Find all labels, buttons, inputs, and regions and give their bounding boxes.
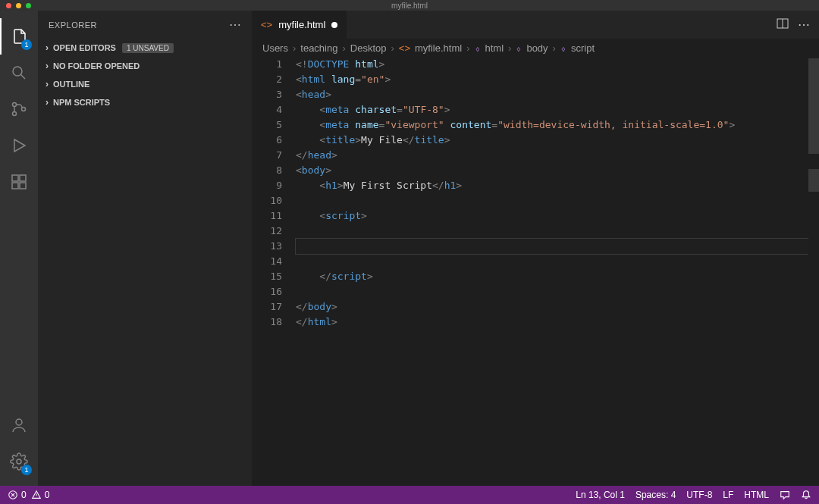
- accounts-icon[interactable]: [0, 407, 38, 443]
- status-eol[interactable]: LF: [723, 490, 733, 500]
- breadcrumb-item[interactable]: Desktop: [350, 42, 387, 54]
- svg-rect-7: [20, 175, 26, 181]
- status-encoding[interactable]: UTF-8: [686, 490, 712, 500]
- chevron-right-icon: ›: [41, 61, 53, 71]
- svg-rect-6: [20, 183, 26, 189]
- notifications-icon[interactable]: [801, 490, 811, 500]
- sidebar-more-icon[interactable]: ⋯: [229, 17, 242, 32]
- svg-point-9: [17, 459, 21, 464]
- editor-area: <> myfile.html ⋯ Users› teaching› Deskto…: [252, 11, 819, 486]
- tab-myfile[interactable]: <> myfile.html: [252, 11, 347, 39]
- no-folder-label: NO FOLDER OPENED: [53, 61, 140, 70]
- breadcrumb-item[interactable]: teaching: [300, 42, 337, 54]
- svg-rect-5: [12, 183, 18, 189]
- window-title: myfile.html: [391, 2, 428, 10]
- open-editors-label: OPEN EDITORS: [53, 43, 116, 52]
- line-gutter: 1 2 3 4 5 6 7 8 9 10 11 12 13 14 15 16 1…: [252, 57, 296, 486]
- breadcrumb-item[interactable]: html: [485, 42, 504, 54]
- minimap-region: [808, 169, 819, 192]
- section-open-editors[interactable]: › OPEN EDITORS 1 UNSAVED: [38, 39, 252, 57]
- window-minimize-button[interactable]: [16, 3, 21, 8]
- symbol-icon: ⬨: [560, 42, 566, 54]
- outline-label: OUTLINE: [53, 80, 89, 89]
- svg-rect-4: [12, 175, 18, 181]
- settings-gear-icon[interactable]: 1: [0, 443, 38, 480]
- settings-badge: 1: [21, 465, 32, 475]
- symbol-icon: ⬨: [516, 42, 522, 54]
- breadcrumb-item[interactable]: myfile.html: [415, 42, 462, 54]
- minimap-region: [808, 58, 819, 154]
- svg-point-2: [13, 112, 17, 116]
- extensions-icon[interactable]: [0, 164, 38, 200]
- feedback-icon[interactable]: [780, 490, 790, 500]
- chevron-right-icon: ›: [41, 79, 53, 89]
- svg-point-8: [16, 419, 22, 425]
- status-language[interactable]: HTML: [744, 490, 769, 500]
- tab-bar: <> myfile.html ⋯: [252, 11, 819, 39]
- chevron-right-icon: ›: [41, 97, 53, 108]
- breadcrumb-item[interactable]: script: [571, 42, 595, 54]
- minimap[interactable]: [808, 57, 819, 486]
- section-outline[interactable]: › OUTLINE: [38, 75, 252, 93]
- symbol-icon: ⬨: [475, 42, 481, 54]
- status-errors[interactable]: 0: [8, 490, 27, 500]
- status-warnings[interactable]: 0: [31, 490, 50, 500]
- unsaved-badge: 1 UNSAVED: [122, 43, 174, 53]
- html-file-icon: <>: [261, 19, 272, 30]
- breadcrumb-item[interactable]: Users: [262, 42, 288, 54]
- tab-label: myfile.html: [278, 19, 325, 30]
- svg-point-0: [13, 67, 22, 76]
- source-control-icon[interactable]: [0, 91, 38, 127]
- breadcrumbs[interactable]: Users› teaching› Desktop› <> myfile.html…: [252, 39, 819, 57]
- html-file-icon: <>: [399, 42, 410, 54]
- window-maximize-button[interactable]: [26, 3, 31, 8]
- titlebar: myfile.html: [0, 0, 819, 11]
- split-editor-icon[interactable]: [777, 17, 789, 33]
- explorer-icon[interactable]: 1: [0, 18, 38, 55]
- status-spaces[interactable]: Spaces: 4: [635, 490, 676, 500]
- dirty-indicator-icon: [331, 22, 337, 28]
- chevron-right-icon: ›: [41, 42, 53, 53]
- statusbar: 0 0 Ln 13, Col 1 Spaces: 4 UTF-8 LF HTML: [0, 486, 819, 504]
- svg-point-1: [13, 103, 17, 107]
- more-actions-icon[interactable]: ⋯: [798, 17, 810, 32]
- section-no-folder[interactable]: › NO FOLDER OPENED: [38, 57, 252, 75]
- breadcrumb-item[interactable]: body: [526, 42, 548, 54]
- sidebar-title: EXPLORER: [49, 20, 97, 30]
- npm-scripts-label: NPM SCRIPTS: [53, 98, 110, 107]
- code-editor[interactable]: 1 2 3 4 5 6 7 8 9 10 11 12 13 14 15 16 1…: [252, 57, 819, 486]
- svg-point-3: [22, 108, 26, 111]
- section-npm-scripts[interactable]: › NPM SCRIPTS: [38, 93, 252, 111]
- code-content[interactable]: <!DOCTYPE html> <html lang="en"> <head> …: [296, 57, 819, 486]
- explorer-badge: 1: [21, 39, 32, 50]
- search-icon[interactable]: [0, 55, 38, 91]
- window-close-button[interactable]: [6, 3, 11, 8]
- status-line-col[interactable]: Ln 13, Col 1: [576, 490, 625, 500]
- sidebar: EXPLORER ⋯ › OPEN EDITORS 1 UNSAVED › NO…: [38, 11, 252, 486]
- run-debug-icon[interactable]: [0, 127, 38, 164]
- activity-bar: 1 1: [0, 11, 38, 486]
